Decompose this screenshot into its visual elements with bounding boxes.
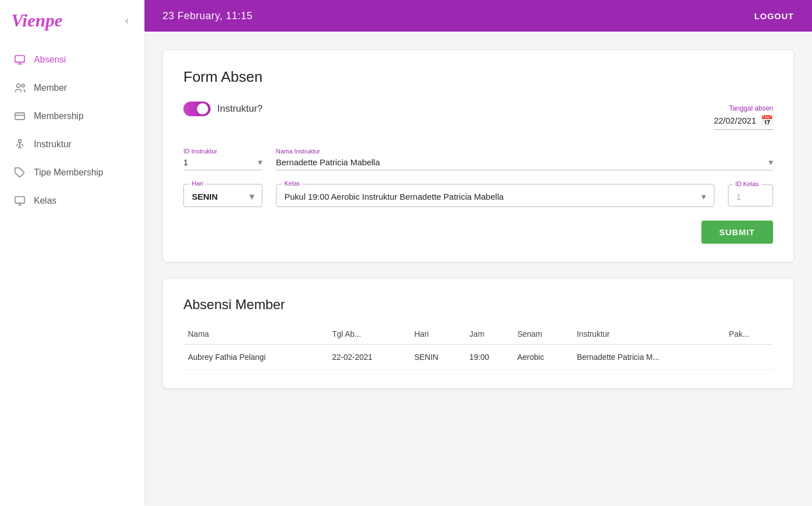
absensi-member-card: Absensi Member Nama Tgl Ab... Hari Jam S…: [163, 278, 794, 389]
instruktur-icon: [14, 138, 26, 151]
sidebar-item-absensi[interactable]: Absensi: [0, 46, 144, 74]
date-field-wrapper: Tanggal absen 22/02/2021 📅: [714, 104, 773, 130]
kelas-value-row: Pukul 19:00 Aerobic Instruktur Bernadett…: [284, 189, 706, 202]
id-instruktur-label: ID Instruktur: [183, 148, 262, 155]
sidebar-logo-area: Vienpe ‹: [0, 0, 144, 37]
submit-button[interactable]: SUBMIT: [701, 221, 774, 244]
svg-point-2: [21, 84, 24, 87]
id-kelas-field: ID Kelas 1: [728, 184, 773, 206]
tipe-membership-icon: [14, 166, 26, 179]
date-input[interactable]: 22/02/2021 📅: [714, 115, 773, 130]
sidebar-item-instruktur[interactable]: Instruktur: [0, 130, 144, 159]
sidebar-item-label-instruktur: Instruktur: [34, 139, 72, 149]
sidebar-item-membership[interactable]: Membership: [0, 102, 144, 130]
nama-instruktur-field: Nama Instruktur Bernadette Patricia Mabe…: [276, 148, 773, 170]
kelas-icon: [14, 195, 26, 207]
col-jam: Jam: [465, 324, 513, 345]
table-row: Aubrey Fathia Pelangi22-02-2021SENIN19:0…: [183, 345, 773, 370]
col-senam: Senam: [513, 324, 572, 345]
calendar-icon[interactable]: 📅: [761, 115, 773, 127]
svg-rect-3: [15, 113, 25, 120]
nama-instruktur-arrow: ▾: [769, 157, 773, 168]
toggle-label: Instruktur?: [217, 103, 262, 115]
instruktur-row: ID Instruktur 1 ▾ Nama Instruktur Bernad…: [183, 148, 773, 170]
sidebar: Vienpe ‹ Absensi Member Membership Inst: [0, 0, 144, 506]
id-instruktur-field: ID Instruktur 1 ▾: [183, 148, 262, 170]
cell-nama: Aubrey Fathia Pelangi: [183, 345, 328, 370]
submit-row: SUBMIT: [183, 221, 773, 244]
id-instruktur-value: 1: [183, 157, 188, 167]
nama-instruktur-value: Bernadette Patricia Mabella: [276, 157, 380, 167]
svg-point-4: [19, 140, 21, 143]
hari-label: Hari: [190, 180, 205, 187]
absensi-member-table: Nama Tgl Ab... Hari Jam Senam Instruktur…: [183, 324, 773, 370]
kelas-row: Hari SENIN ▾ Kelas Pukul 19:00 Aerobic I…: [183, 184, 773, 207]
hari-arrow: ▾: [249, 191, 254, 202]
col-pak: Pak...: [725, 324, 773, 345]
nama-instruktur-label: Nama Instruktur: [276, 148, 773, 155]
col-hari: Hari: [410, 324, 465, 345]
id-kelas-label: ID Kelas: [733, 181, 761, 187]
cell-jam: 19:00: [465, 345, 513, 370]
kelas-value: Pukul 19:00 Aerobic Instruktur Bernadett…: [284, 192, 504, 201]
logout-button[interactable]: LOGOUT: [754, 11, 794, 21]
hari-value: SENIN: [192, 192, 218, 201]
sidebar-item-label-member: Member: [34, 83, 67, 93]
hari-value-row: SENIN ▾: [192, 189, 254, 202]
col-tgl: Tgl Ab...: [328, 324, 410, 345]
content-area: Form Absen Instruktur? Tanggal absen 22/…: [144, 32, 812, 506]
member-icon: [14, 82, 26, 94]
nama-instruktur-value-row[interactable]: Bernadette Patricia Mabella ▾: [276, 157, 773, 168]
date-value: 22/02/2021: [714, 116, 756, 125]
cell-instruktur: Bernadette Patricia M...: [572, 345, 725, 370]
app-logo: Vienpe: [11, 10, 63, 31]
sidebar-item-label-tipe-membership: Tipe Membership: [34, 168, 103, 178]
svg-rect-6: [15, 197, 25, 204]
col-instruktur: Instruktur: [572, 324, 725, 345]
cell-senam: Aerobic: [513, 345, 572, 370]
sidebar-item-member[interactable]: Member: [0, 74, 144, 102]
form-absen-title: Form Absen: [183, 68, 773, 86]
sidebar-item-label-absensi: Absensi: [34, 55, 66, 65]
absensi-icon: [14, 54, 26, 66]
id-kelas-value: 1: [736, 190, 765, 201]
svg-point-1: [16, 84, 20, 88]
sidebar-item-tipe-membership[interactable]: Tipe Membership: [0, 159, 144, 187]
table-header-row: Nama Tgl Ab... Hari Jam Senam Instruktur…: [183, 324, 773, 345]
sidebar-item-label-kelas: Kelas: [34, 196, 56, 206]
id-instruktur-value-row[interactable]: 1 ▾: [183, 157, 262, 168]
collapse-button[interactable]: ‹: [121, 12, 133, 29]
membership-icon: [14, 110, 26, 122]
cell-pak: [725, 345, 773, 370]
instruktur-toggle[interactable]: [183, 102, 210, 116]
form-absen-card: Form Absen Instruktur? Tanggal absen 22/…: [163, 50, 794, 262]
main-area: 23 February, 11:15 LOGOUT Form Absen Ins…: [144, 0, 812, 506]
sidebar-nav: Absensi Member Membership Instruktur Tip…: [0, 46, 144, 506]
col-nama: Nama: [183, 324, 328, 345]
absensi-member-title: Absensi Member: [183, 297, 773, 313]
date-label: Tanggal absen: [729, 104, 773, 112]
sidebar-item-kelas[interactable]: Kelas: [0, 187, 144, 215]
header: 23 February, 11:15 LOGOUT: [144, 0, 812, 32]
form-top-row: Instruktur? Tanggal absen 22/02/2021 📅: [183, 102, 773, 132]
header-datetime: 23 February, 11:15: [163, 10, 253, 22]
kelas-label: Kelas: [282, 180, 302, 187]
kelas-field[interactable]: Kelas Pukul 19:00 Aerobic Instruktur Ber…: [276, 184, 714, 207]
svg-rect-0: [15, 56, 25, 63]
kelas-arrow: ▾: [701, 191, 706, 202]
hari-field[interactable]: Hari SENIN ▾: [183, 184, 262, 207]
cell-hari: SENIN: [410, 345, 465, 370]
sidebar-item-label-membership: Membership: [34, 111, 84, 121]
id-instruktur-arrow: ▾: [258, 157, 262, 168]
toggle-row: Instruktur?: [183, 102, 262, 116]
cell-tgl: 22-02-2021: [328, 345, 410, 370]
